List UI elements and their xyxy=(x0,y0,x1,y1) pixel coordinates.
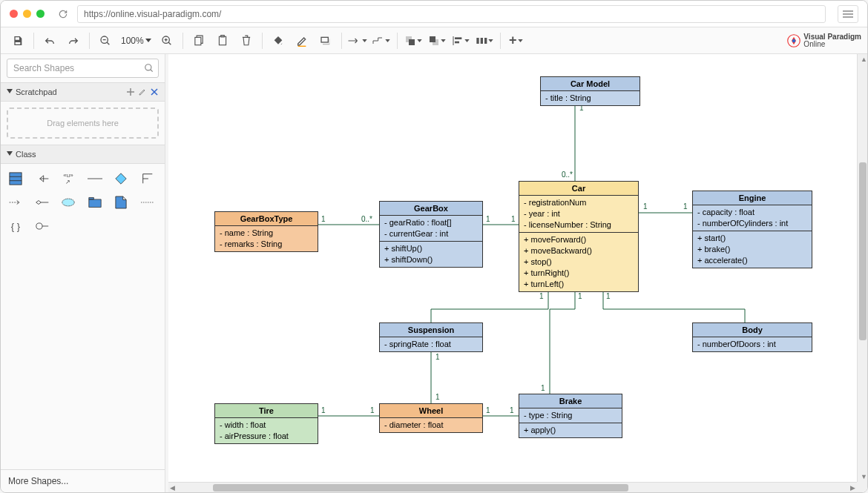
canvas-area[interactable]: 1 0..* 1 1 0..* 1 1 1 1 1..* 1 xyxy=(168,54,867,492)
class-panel-header[interactable]: Class xyxy=(1,145,165,164)
copy-button[interactable] xyxy=(188,30,210,52)
svg-text:1: 1 xyxy=(578,292,582,300)
reload-icon[interactable] xyxy=(58,9,68,19)
shape-dependency[interactable] xyxy=(7,193,24,211)
line-color-button[interactable] xyxy=(291,30,313,52)
search-input[interactable] xyxy=(7,59,159,78)
svg-rect-10 xyxy=(430,36,435,42)
add-scratchpad-icon[interactable] xyxy=(126,87,135,96)
zoom-out-button[interactable] xyxy=(94,30,116,52)
shape-collaboration[interactable] xyxy=(59,193,77,211)
class-car[interactable]: Car - registrationNum - year : int - lic… xyxy=(519,181,639,292)
class-suspension[interactable]: Suspension - springRate : float xyxy=(379,322,483,352)
to-front-button[interactable] xyxy=(402,30,424,52)
shape-note[interactable] xyxy=(112,193,130,211)
window-controls xyxy=(10,10,45,18)
class-body[interactable]: Body - numberOfDoors : int xyxy=(692,322,812,352)
svg-text:1: 1 xyxy=(435,353,440,361)
class-gearboxtype[interactable]: GearBoxType - name : String - remarks : … xyxy=(214,211,318,252)
scrollbar-vertical[interactable]: ▲ ▼ xyxy=(857,54,867,482)
url-bar[interactable]: https://online.visual-paradigm.com/ xyxy=(77,5,826,23)
svg-text:1: 1 xyxy=(321,406,326,414)
undo-button[interactable] xyxy=(39,30,61,52)
toolbar: 100% + Visual ParadigmOnline xyxy=(1,27,867,54)
svg-point-18 xyxy=(145,64,151,70)
paste-button[interactable] xyxy=(211,30,234,52)
svg-text:1: 1 xyxy=(541,384,545,392)
svg-rect-19 xyxy=(10,173,22,185)
svg-text:1: 1 xyxy=(486,406,490,414)
svg-text:1: 1 xyxy=(435,393,440,401)
svg-rect-5 xyxy=(297,45,306,46)
scrollbar-horizontal[interactable]: ◀ ▶ xyxy=(168,482,857,492)
waypoint-button[interactable] xyxy=(370,30,392,52)
connection-button[interactable] xyxy=(346,30,369,52)
svg-point-17 xyxy=(792,39,796,42)
search-icon xyxy=(144,63,154,73)
svg-rect-13 xyxy=(476,38,479,44)
browser-bar: https://online.visual-paradigm.com/ xyxy=(1,1,867,27)
delete-button[interactable] xyxy=(235,30,257,52)
scrollbar-thumb-v[interactable] xyxy=(859,162,867,340)
shape-lollipop[interactable] xyxy=(33,217,51,235)
svg-text:1: 1 xyxy=(683,202,688,211)
shape-association[interactable] xyxy=(86,170,104,188)
close-window[interactable] xyxy=(10,10,18,18)
brand-logo[interactable]: Visual ParadigmOnline xyxy=(787,33,861,48)
class-carmodel[interactable]: Car Model - title : String xyxy=(540,76,640,106)
class-gearbox[interactable]: GearBox - gearRatio : float[] - currentG… xyxy=(379,201,483,268)
shape-usage[interactable]: «u»↗ xyxy=(59,170,77,188)
shape-interface[interactable] xyxy=(112,170,130,188)
fill-color-button[interactable] xyxy=(267,30,289,52)
class-tire[interactable]: Tire - width : float - airPressure : flo… xyxy=(214,403,318,444)
shape-generalization[interactable] xyxy=(33,170,51,188)
shape-palette: «u»↗ { } xyxy=(1,164,165,241)
shadow-button[interactable] xyxy=(315,30,337,52)
maximize-window[interactable] xyxy=(36,10,45,18)
svg-text:1: 1 xyxy=(511,215,516,223)
shape-package[interactable] xyxy=(86,193,104,211)
class-brake[interactable]: Brake - type : String + apply() xyxy=(519,394,622,438)
svg-point-20 xyxy=(62,199,74,206)
scroll-corner xyxy=(857,482,867,492)
svg-point-21 xyxy=(36,223,42,229)
scratchpad-dropzone[interactable]: Drag elements here xyxy=(7,107,159,139)
zoom-in-button[interactable] xyxy=(156,30,178,52)
close-scratchpad-icon[interactable] xyxy=(150,87,159,96)
redo-button[interactable] xyxy=(62,30,85,52)
minimize-window[interactable] xyxy=(23,10,31,18)
edit-scratchpad-icon[interactable] xyxy=(138,87,147,96)
shape-aggregation[interactable] xyxy=(33,193,51,211)
save-button[interactable] xyxy=(7,30,29,52)
scrollbar-thumb-h[interactable] xyxy=(213,484,628,492)
zoom-level[interactable]: 100% xyxy=(118,36,154,46)
class-wheel[interactable]: Wheel - diameter : float xyxy=(379,403,483,433)
svg-text:1: 1 xyxy=(643,202,648,211)
more-shapes-link[interactable]: More Shapes... xyxy=(1,469,165,492)
svg-text:1: 1 xyxy=(321,215,326,223)
add-button[interactable]: + xyxy=(505,30,527,52)
to-back-button[interactable] xyxy=(426,30,448,52)
svg-rect-8 xyxy=(409,39,415,45)
align-button[interactable] xyxy=(450,30,472,52)
svg-text:1: 1 xyxy=(539,292,544,300)
svg-rect-14 xyxy=(480,38,482,44)
shape-class[interactable] xyxy=(7,170,24,188)
shape-constraint[interactable] xyxy=(139,193,157,211)
shape-braces[interactable]: { } xyxy=(7,217,24,235)
url-text: https://online.visual-paradigm.com/ xyxy=(84,9,221,19)
svg-rect-6 xyxy=(321,37,328,42)
class-engine[interactable]: Engine - capacity : float - numberOfCyli… xyxy=(692,191,812,268)
menu-button[interactable] xyxy=(838,5,858,23)
sidebar: Scratchpad Drag elements here Class «u»↗… xyxy=(1,54,165,492)
diagram-canvas[interactable]: 1 0..* 1 1 0..* 1 1 1 1 1..* 1 xyxy=(177,57,855,476)
shape-realization[interactable] xyxy=(139,170,157,188)
svg-text:0..*: 0..* xyxy=(562,171,573,179)
svg-rect-3 xyxy=(219,36,226,44)
distribute-button[interactable] xyxy=(473,30,496,52)
collapse-icon xyxy=(7,151,13,157)
svg-text:1: 1 xyxy=(486,215,490,223)
svg-rect-12 xyxy=(455,41,459,43)
scratchpad-panel-header[interactable]: Scratchpad xyxy=(1,82,165,102)
main-area: Scratchpad Drag elements here Class «u»↗… xyxy=(1,54,867,492)
